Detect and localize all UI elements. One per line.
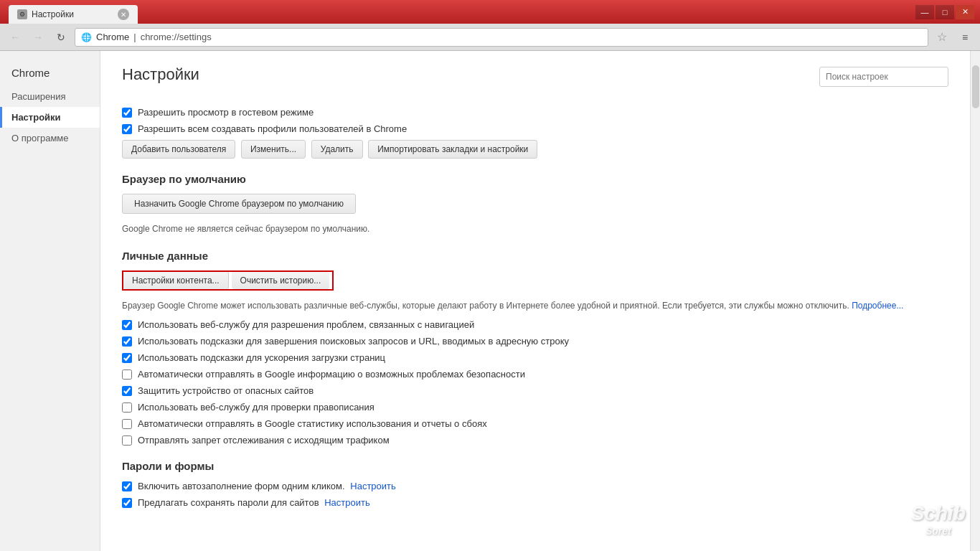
personal-data-title: Личные данные xyxy=(122,250,948,262)
nav-service-row: Использовать веб-службу для разрешения п… xyxy=(122,319,948,330)
sidebar-item-about[interactable]: О программе xyxy=(0,128,100,149)
dnt-checkbox[interactable] xyxy=(122,435,132,446)
usage-stats-row: Автоматически отправлять в Google статис… xyxy=(122,418,948,429)
address-path-separator: | xyxy=(133,32,136,42)
passwords-title: Пароли и формы xyxy=(122,460,948,472)
scrollbar[interactable] xyxy=(970,51,980,551)
create-profiles-row: Разрешить всем создавать профили пользов… xyxy=(122,123,948,134)
default-browser-info: Google Chrome не является сейчас браузер… xyxy=(122,222,948,235)
settings-content: Настройки Разрешить просмотр в гостевом … xyxy=(100,51,970,551)
search-suggestions-checkbox[interactable] xyxy=(122,336,132,347)
browser-frame: ⚙ Настройки ✕ — □ ✕ ← → ↻ 🌐 Chrome | chr… xyxy=(0,0,980,551)
close-btn[interactable]: ✕ xyxy=(956,5,974,19)
save-passwords-row: Предлагать сохранять пароли для сайтов Н… xyxy=(122,497,948,508)
users-section: Разрешить просмотр в гостевом режиме Раз… xyxy=(122,107,948,159)
safe-browsing-label: Защитить устройство от опасных сайтов xyxy=(138,385,314,396)
security-info-label: Автоматически отправлять в Google информ… xyxy=(138,369,525,380)
reload-btn[interactable]: ↻ xyxy=(52,28,70,47)
autofill-checkbox[interactable] xyxy=(122,481,132,491)
default-browser-btn-group: Назначить Google Chrome браузером по умо… xyxy=(122,194,948,214)
title-bar: ⚙ Настройки ✕ — □ ✕ xyxy=(0,0,980,24)
dnt-label: Отправлять запрет отслеживания с исходящ… xyxy=(138,435,390,446)
scrollbar-thumb[interactable] xyxy=(972,65,979,108)
save-passwords-checkbox[interactable] xyxy=(122,498,132,508)
nav-service-checkbox[interactable] xyxy=(122,320,132,330)
sidebar: Chrome Расширения Настройки О программе xyxy=(0,51,100,551)
search-input[interactable] xyxy=(819,67,948,87)
tab-favicon: ⚙ xyxy=(17,9,27,19)
menu-btn[interactable]: ≡ xyxy=(956,28,974,47)
autofill-label: Включить автозаполнение форм одним клико… xyxy=(138,481,396,491)
safe-browsing-row: Защитить устройство от опасных сайтов xyxy=(122,385,948,396)
star-btn[interactable]: ☆ xyxy=(933,28,951,47)
user-buttons: Добавить пользователя Изменить... Удалит… xyxy=(122,140,948,159)
tab-close-btn[interactable]: ✕ xyxy=(118,9,129,20)
tab-title: Настройки xyxy=(32,9,74,19)
window-controls: — □ ✕ xyxy=(915,5,974,19)
security-info-checkbox[interactable] xyxy=(122,369,132,380)
page-title: Настройки xyxy=(122,65,199,84)
back-btn[interactable]: ← xyxy=(6,28,24,47)
content-settings-btn[interactable]: Настройки контента... xyxy=(123,272,229,289)
learn-more-link[interactable]: Подробнее... xyxy=(852,301,903,311)
add-user-btn[interactable]: Добавить пользователя xyxy=(122,140,235,159)
spellcheck-checkbox[interactable] xyxy=(122,402,132,413)
sidebar-title: Chrome xyxy=(0,62,100,86)
set-default-btn[interactable]: Назначить Google Chrome браузером по умо… xyxy=(122,194,356,214)
speed-hints-label: Использовать подсказки для ускорения заг… xyxy=(138,352,385,363)
nav-service-label: Использовать веб-службу для разрешения п… xyxy=(138,319,474,330)
guest-mode-checkbox[interactable] xyxy=(122,108,132,118)
save-passwords-label: Предлагать сохранять пароли для сайтов Н… xyxy=(138,497,370,508)
speed-hints-checkbox[interactable] xyxy=(122,353,132,363)
usage-stats-label: Автоматически отправлять в Google статис… xyxy=(138,418,487,429)
personal-data-info: Браузер Google Chrome может использовать… xyxy=(122,299,948,312)
personal-data-buttons: Настройки контента... Очистить историю..… xyxy=(122,270,334,291)
create-profiles-checkbox[interactable] xyxy=(122,124,132,134)
spellcheck-row: Использовать веб-службу для проверки пра… xyxy=(122,402,948,413)
default-browser-title: Браузер по умолчанию xyxy=(122,173,948,185)
clear-history-btn[interactable]: Очистить историю... xyxy=(232,272,330,289)
save-passwords-link[interactable]: Настроить xyxy=(324,497,370,508)
address-bar[interactable]: 🌐 Chrome | chrome://settings xyxy=(75,28,928,47)
guest-mode-row: Разрешить просмотр в гостевом режиме xyxy=(122,107,948,118)
personal-data-section: Личные данные Настройки контента... Очис… xyxy=(122,250,948,446)
title-area: Настройки xyxy=(122,65,948,95)
search-suggestions-row: Использовать подсказки для завершения по… xyxy=(122,336,948,347)
spellcheck-label: Использовать веб-службу для проверки пра… xyxy=(138,402,374,413)
maximize-btn[interactable]: □ xyxy=(936,5,954,19)
default-browser-section: Браузер по умолчанию Назначить Google Ch… xyxy=(122,173,948,235)
address-site: Chrome xyxy=(96,32,129,42)
tab-bar: ⚙ Настройки ✕ xyxy=(6,0,138,24)
import-btn[interactable]: Импортировать закладки и настройки xyxy=(368,140,537,159)
autofill-settings-link[interactable]: Настроить xyxy=(350,481,396,491)
safe-browsing-checkbox[interactable] xyxy=(122,386,132,396)
address-lock-icon: 🌐 xyxy=(81,32,92,42)
speed-hints-row: Использовать подсказки для ускорения заг… xyxy=(122,352,948,363)
security-info-row: Автоматически отправлять в Google информ… xyxy=(122,369,948,380)
forward-btn[interactable]: → xyxy=(29,28,47,47)
minimize-btn[interactable]: — xyxy=(915,5,934,19)
passwords-section: Пароли и формы Включить автозаполнение ф… xyxy=(122,460,948,508)
address-path: chrome://settings xyxy=(141,32,212,42)
dnt-row: Отправлять запрет отслеживания с исходящ… xyxy=(122,435,948,446)
sidebar-item-extensions[interactable]: Расширения xyxy=(0,86,100,107)
search-suggestions-label: Использовать подсказки для завершения по… xyxy=(138,336,569,347)
active-tab[interactable]: ⚙ Настройки ✕ xyxy=(9,5,138,24)
delete-btn[interactable]: Удалить xyxy=(311,140,363,159)
usage-stats-checkbox[interactable] xyxy=(122,419,132,429)
guest-mode-label: Разрешить просмотр в гостевом режиме xyxy=(138,107,314,118)
content-area: Chrome Расширения Настройки О программе … xyxy=(0,51,980,551)
sidebar-item-settings[interactable]: Настройки xyxy=(0,107,100,128)
autofill-row: Включить автозаполнение форм одним клико… xyxy=(122,481,948,491)
nav-bar: ← → ↻ 🌐 Chrome | chrome://settings ☆ ≡ xyxy=(0,24,980,51)
change-btn[interactable]: Изменить... xyxy=(241,140,306,159)
create-profiles-label: Разрешить всем создавать профили пользов… xyxy=(138,123,407,134)
